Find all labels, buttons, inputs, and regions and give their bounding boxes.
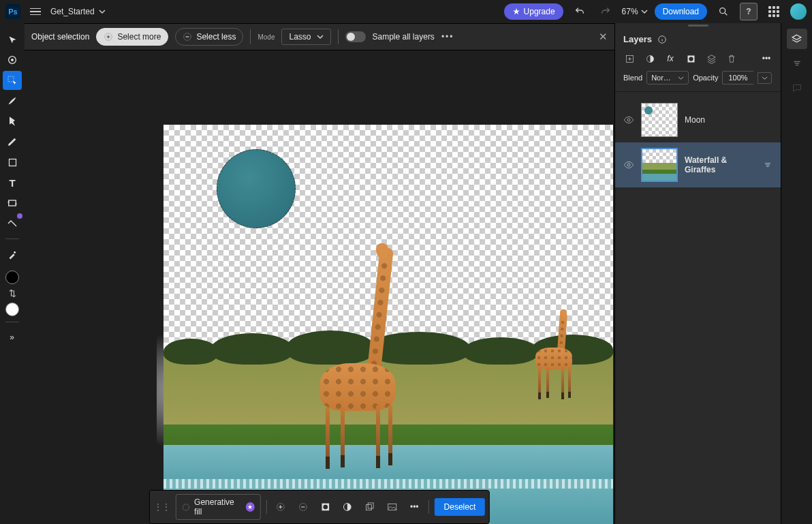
top-bar: Ps Get_Started Upgrade 67% Download ? <box>0 0 812 23</box>
more-options-icon[interactable]: ••• <box>441 32 454 42</box>
svg-point-8 <box>183 504 189 510</box>
canvas-area: Object selection Select more Select less… <box>25 23 614 524</box>
download-button[interactable]: Download <box>655 3 707 20</box>
more-actions-icon[interactable]: ••• <box>406 498 423 516</box>
layers-panel: Layers fx ••• Blend Nor… Opacity 100% <box>614 23 781 524</box>
drag-handle-icon[interactable]: ⋮⋮ <box>154 502 170 512</box>
comments-strip-icon[interactable] <box>787 78 807 98</box>
subtract-selection-icon[interactable] <box>294 498 311 516</box>
chevron-down-icon <box>641 8 648 15</box>
adjustment-icon[interactable] <box>339 498 356 516</box>
background-color[interactable] <box>5 303 19 316</box>
brush-tool[interactable] <box>3 91 22 110</box>
menu-icon[interactable] <box>27 5 44 18</box>
eyedropper-tool[interactable] <box>3 245 22 264</box>
svg-rect-4 <box>9 159 16 166</box>
options-label: Object selection <box>31 32 89 42</box>
undo-button[interactable] <box>570 2 589 21</box>
layers-strip-icon[interactable] <box>787 29 807 49</box>
select-less-button[interactable]: Select less <box>175 28 243 46</box>
star-icon <box>512 7 520 16</box>
fx-icon[interactable]: fx <box>664 54 676 64</box>
plus-circle-icon <box>104 32 113 42</box>
info-icon[interactable] <box>657 35 667 44</box>
file-name-dropdown[interactable]: Get_Started <box>50 7 106 16</box>
svg-rect-16 <box>388 504 396 510</box>
help-button[interactable]: ? <box>740 3 758 20</box>
add-selection-icon[interactable] <box>272 498 290 516</box>
swap-colors-icon[interactable]: ⇅ <box>9 288 16 298</box>
layer-row-waterfall[interactable]: Waterfall & Giraffes <box>615 142 781 187</box>
expand-tools[interactable]: » <box>3 328 22 347</box>
text-tool[interactable]: T <box>3 173 22 192</box>
svg-point-0 <box>720 8 725 14</box>
image-icon[interactable] <box>384 498 401 516</box>
visibility-icon[interactable] <box>623 114 634 125</box>
sample-all-label: Sample all layers <box>373 32 435 42</box>
redo-button[interactable] <box>596 2 615 21</box>
sample-all-toggle[interactable] <box>345 31 366 42</box>
properties-strip-icon[interactable] <box>787 53 807 74</box>
options-bar: Object selection Select more Select less… <box>25 23 614 50</box>
select-more-button[interactable]: Select more <box>96 28 168 46</box>
lasso-mode-select[interactable]: Lasso <box>281 29 330 45</box>
smart-filter-icon[interactable] <box>763 160 772 170</box>
document-canvas[interactable] <box>163 125 613 524</box>
sparkle-icon <box>182 503 190 512</box>
svg-point-12 <box>323 505 328 510</box>
svg-point-22 <box>627 119 630 121</box>
layer-via-copy-icon[interactable] <box>361 498 378 516</box>
group-icon[interactable] <box>705 54 717 64</box>
deselect-button[interactable]: Deselect <box>435 498 486 516</box>
close-options-icon[interactable]: ✕ <box>599 31 608 43</box>
context-taskbar: ⋮⋮ Generative fill ★ ••• Deselect <box>149 490 490 524</box>
add-layer-icon[interactable] <box>623 54 636 64</box>
move-tool[interactable] <box>3 30 22 49</box>
blend-label: Blend <box>623 74 642 82</box>
layer-name: Waterfall & Giraffes <box>685 155 756 174</box>
avatar[interactable] <box>790 3 807 20</box>
layer-row-moon[interactable]: Moon <box>615 97 781 142</box>
opacity-label: Opacity <box>693 74 718 82</box>
visibility-icon[interactable] <box>623 159 634 170</box>
blend-mode-select[interactable]: Nor… <box>646 71 689 84</box>
svg-rect-15 <box>368 503 373 508</box>
layer-thumb <box>641 103 678 137</box>
layer-options-icon[interactable]: ••• <box>760 54 772 64</box>
svg-point-21 <box>689 57 693 61</box>
layer-thumb <box>641 148 678 182</box>
opacity-value[interactable]: 100% <box>722 71 753 84</box>
delete-layer-icon[interactable] <box>725 54 738 64</box>
zoom-label: 67% <box>622 7 638 16</box>
ai-badge-icon: ★ <box>245 502 254 512</box>
spot-heal-tool[interactable] <box>3 214 22 233</box>
mask-layer-icon[interactable] <box>685 54 697 64</box>
svg-point-23 <box>627 164 630 166</box>
tool-strip: T ⇅ » <box>0 23 25 524</box>
layers-title: Layers <box>623 34 652 44</box>
zoom-dropdown[interactable]: 67% <box>622 7 648 16</box>
upgrade-button[interactable]: Upgrade <box>504 3 563 20</box>
layer-name: Moon <box>685 115 772 125</box>
search-icon[interactable] <box>714 2 733 21</box>
mask-icon[interactable] <box>317 498 334 516</box>
ps-logo[interactable]: Ps <box>5 4 20 19</box>
apps-icon[interactable] <box>764 2 783 21</box>
svg-point-2 <box>11 59 14 61</box>
pen-tool[interactable] <box>3 132 22 151</box>
adjustment-layer-icon[interactable] <box>644 54 656 64</box>
shape-tool[interactable] <box>3 153 22 172</box>
generative-fill-button[interactable]: Generative fill ★ <box>176 494 261 520</box>
svg-rect-14 <box>366 505 371 510</box>
giraffe-small <box>531 312 586 401</box>
file-name-label: Get_Started <box>50 7 95 16</box>
foreground-color[interactable] <box>5 271 19 284</box>
right-strip <box>781 23 812 524</box>
object-select-tool[interactable] <box>3 71 22 90</box>
clone-tool[interactable] <box>3 112 22 131</box>
crop-tool[interactable] <box>3 194 22 213</box>
transform-tool[interactable] <box>3 50 22 70</box>
moon-selection <box>217 149 296 228</box>
chevron-down-icon <box>99 8 106 15</box>
opacity-dropdown[interactable] <box>758 72 772 84</box>
